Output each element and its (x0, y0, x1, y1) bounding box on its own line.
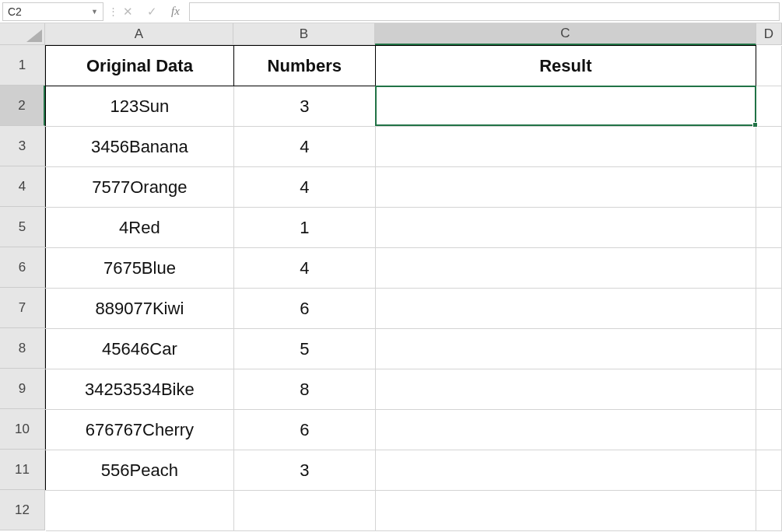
table-row: Original Data Numbers Result (46, 46, 782, 86)
cell-A10[interactable]: 676767Cherry (46, 410, 234, 450)
formula-bar-tools: ✕ ✓ fx (123, 5, 180, 19)
cell-B9[interactable]: 8 (233, 369, 375, 410)
table-row: 889077Kiwi 6 (46, 289, 782, 329)
fx-icon[interactable]: fx (171, 5, 180, 18)
cell-D10[interactable] (756, 410, 782, 450)
row-header-7[interactable]: 7 (0, 288, 45, 328)
cell-C7[interactable] (375, 289, 756, 329)
cell-B8[interactable]: 5 (233, 329, 375, 369)
cell-A8[interactable]: 45646Car (46, 329, 234, 369)
table-row: 556Peach 3 (46, 450, 782, 491)
table-row: 123Sun 3 (46, 86, 782, 127)
cell-C3[interactable] (375, 127, 756, 167)
cell-A9[interactable]: 34253534Bike (46, 369, 234, 410)
formula-input-wrap[interactable] (189, 2, 780, 21)
select-all-corner[interactable] (0, 23, 45, 45)
cell-C1[interactable]: Result (375, 46, 756, 86)
column-headers: A B C D (45, 23, 782, 45)
table-row: 34253534Bike 8 (46, 369, 782, 410)
row-header-6[interactable]: 6 (0, 247, 45, 288)
row-header-3[interactable]: 3 (0, 126, 45, 166)
table-row (46, 491, 782, 531)
dropdown-icon[interactable]: ▼ (91, 8, 98, 16)
cell-C5[interactable] (375, 208, 756, 248)
row-header-1[interactable]: 1 (0, 45, 45, 86)
row-header-11[interactable]: 11 (0, 450, 45, 490)
col-header-A[interactable]: A (45, 23, 233, 45)
cell-D8[interactable] (756, 329, 782, 369)
cell-D9[interactable] (756, 369, 782, 410)
cell-D12[interactable] (756, 491, 782, 531)
cell-D3[interactable] (756, 127, 782, 167)
cell-D6[interactable] (756, 248, 782, 289)
cell-C8[interactable] (375, 329, 756, 369)
cell-B7[interactable]: 6 (233, 289, 375, 329)
cell-C10[interactable] (375, 410, 756, 450)
cell-A1[interactable]: Original Data (46, 46, 234, 86)
row-header-9[interactable]: 9 (0, 369, 45, 409)
cell-B4[interactable]: 4 (233, 167, 375, 208)
cells-table: Original Data Numbers Result 123Sun 3 34… (45, 45, 782, 531)
cell-D5[interactable] (756, 208, 782, 248)
col-header-C[interactable]: C (375, 23, 756, 45)
cells-area: Original Data Numbers Result 123Sun 3 34… (45, 45, 782, 531)
row-header-5[interactable]: 5 (0, 207, 45, 247)
cell-C12[interactable] (375, 491, 756, 531)
table-row: 7675Blue 4 (46, 248, 782, 289)
cell-C9[interactable] (375, 369, 756, 410)
cell-D7[interactable] (756, 289, 782, 329)
row-header-2[interactable]: 2 (0, 86, 45, 126)
cell-B3[interactable]: 4 (233, 127, 375, 167)
row-header-4[interactable]: 4 (0, 166, 45, 207)
separator-dots: ⋮ (103, 5, 123, 17)
cell-D4[interactable] (756, 167, 782, 208)
table-row: 7577Orange 4 (46, 167, 782, 208)
name-box-value: C2 (8, 5, 22, 18)
row-headers: 1 2 3 4 5 6 7 8 9 10 11 12 (0, 45, 45, 530)
col-header-B[interactable]: B (233, 23, 375, 45)
formula-bar: C2 ▼ ⋮ ✕ ✓ fx (0, 0, 782, 23)
cancel-icon: ✕ (123, 5, 133, 19)
cell-B1[interactable]: Numbers (233, 46, 375, 86)
cell-D1[interactable] (756, 46, 782, 86)
cell-A11[interactable]: 556Peach (46, 450, 234, 491)
cell-C6[interactable] (375, 248, 756, 289)
row-header-12[interactable]: 12 (0, 490, 45, 530)
col-header-D[interactable]: D (756, 23, 782, 45)
cell-C2[interactable] (375, 86, 756, 127)
table-row: 4Red 1 (46, 208, 782, 248)
cell-A6[interactable]: 7675Blue (46, 248, 234, 289)
table-row: 676767Cherry 6 (46, 410, 782, 450)
row-header-10[interactable]: 10 (0, 409, 45, 450)
cell-B10[interactable]: 6 (233, 410, 375, 450)
cell-A5[interactable]: 4Red (46, 208, 234, 248)
cell-B6[interactable]: 4 (233, 248, 375, 289)
row-header-8[interactable]: 8 (0, 328, 45, 369)
cell-A2[interactable]: 123Sun (46, 86, 234, 127)
cell-A3[interactable]: 3456Banana (46, 127, 234, 167)
cell-D2[interactable] (756, 86, 782, 127)
cell-C11[interactable] (375, 450, 756, 491)
cell-B11[interactable]: 3 (233, 450, 375, 491)
cell-B12[interactable] (233, 491, 375, 531)
cell-A7[interactable]: 889077Kiwi (46, 289, 234, 329)
enter-icon: ✓ (147, 5, 157, 19)
cell-D11[interactable] (756, 450, 782, 491)
cell-B5[interactable]: 1 (233, 208, 375, 248)
cell-A4[interactable]: 7577Orange (46, 167, 234, 208)
name-box[interactable]: C2 ▼ (2, 2, 103, 21)
cell-C4[interactable] (375, 167, 756, 208)
cell-A12[interactable] (46, 491, 234, 531)
formula-input[interactable] (195, 5, 774, 18)
cell-B2[interactable]: 3 (233, 86, 375, 127)
table-row: 3456Banana 4 (46, 127, 782, 167)
table-row: 45646Car 5 (46, 329, 782, 369)
